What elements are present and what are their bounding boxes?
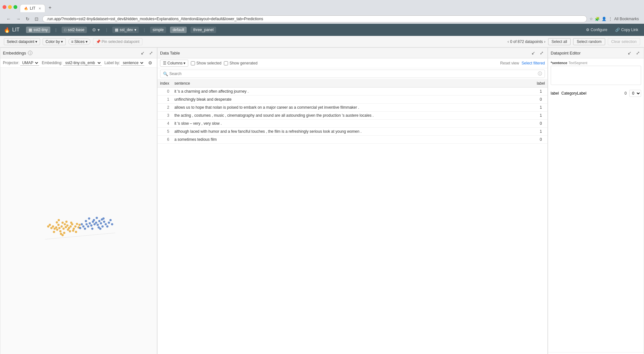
cell-sentence: although laced with humor and a few fanc… bbox=[172, 128, 534, 136]
svg-point-46 bbox=[101, 225, 104, 228]
svg-point-58 bbox=[108, 222, 110, 224]
svg-point-40 bbox=[87, 225, 89, 228]
sentence-field-group: *sentence TextSegment bbox=[548, 58, 644, 88]
svg-point-44 bbox=[85, 223, 88, 225]
label-select[interactable]: 0 1 bbox=[629, 90, 641, 97]
dataset-chip[interactable]: ▦ sst_dev ▾ bbox=[112, 27, 139, 33]
svg-point-3 bbox=[65, 226, 67, 228]
app: 🔥 LIT ▦ sst2-tiny | □ sst2-base ⚙ ▾ | ▦ … bbox=[0, 24, 644, 354]
svg-point-57 bbox=[80, 223, 83, 225]
search-input[interactable] bbox=[169, 72, 537, 76]
reload-button[interactable]: ↻ bbox=[24, 16, 31, 22]
svg-point-34 bbox=[62, 234, 64, 236]
editor-actions: Add Add and compare Reset Clear bbox=[548, 352, 644, 354]
back-button[interactable]: ← bbox=[5, 16, 12, 22]
color-by-button[interactable]: Color by ▾ bbox=[43, 38, 66, 45]
maximize-button[interactable] bbox=[13, 5, 17, 9]
slices-button[interactable]: ≡ Slices ▾ bbox=[68, 38, 90, 45]
select-random-button[interactable]: Select random bbox=[573, 38, 605, 45]
table-row[interactable]: 1 unflinchingly bleak and desperate 0 bbox=[157, 96, 547, 104]
select-filtered-button[interactable]: Select filtered bbox=[521, 61, 545, 65]
search-info-icon[interactable]: ⓘ bbox=[538, 71, 542, 77]
layout-simple[interactable]: simple bbox=[150, 27, 166, 33]
data-table-collapse-icon[interactable]: ↙ bbox=[530, 50, 537, 56]
datapoint-count: ‹ 0 of 872 datapoints › bbox=[507, 39, 545, 44]
sentence-textarea[interactable] bbox=[551, 66, 641, 85]
cell-index: 1 bbox=[157, 96, 172, 104]
pin-button[interactable]: 📌 Pin selected datapoint bbox=[93, 38, 142, 45]
columns-button[interactable]: ☰ Columns ▾ bbox=[160, 60, 188, 67]
appid-button[interactable]: ⊡ bbox=[33, 16, 40, 22]
svg-point-55 bbox=[106, 225, 108, 228]
model-chip-sst2-tiny[interactable]: ▦ sst2-tiny bbox=[26, 27, 50, 33]
embedding-select[interactable]: sst2-tiny:cls_emb bbox=[63, 60, 102, 66]
select-datapoint-label: Select datapoint bbox=[7, 39, 34, 44]
dataset-chevron: ▾ bbox=[134, 28, 136, 32]
editor-collapse-icon[interactable]: ↙ bbox=[626, 50, 633, 56]
embeddings-collapse-icon[interactable]: ↙ bbox=[140, 50, 146, 56]
editor-expand-icon[interactable]: ⤢ bbox=[635, 50, 641, 56]
chevron-right-icon: › bbox=[544, 39, 546, 44]
new-tab-button[interactable]: + bbox=[45, 3, 55, 12]
table-row[interactable]: 4 it 's slow – very , very slow . 0 bbox=[157, 120, 547, 128]
slices-label: Slices bbox=[74, 39, 85, 44]
show-selected-checkbox[interactable] bbox=[191, 61, 195, 65]
svg-point-28 bbox=[49, 224, 51, 226]
minimize-button[interactable] bbox=[8, 5, 12, 9]
embeddings-expand-icon[interactable]: ⤢ bbox=[148, 50, 154, 56]
cell-index: 0 bbox=[157, 88, 172, 96]
search-icon: 🔍 bbox=[163, 72, 168, 76]
embeddings-info-icon[interactable]: i bbox=[28, 51, 32, 55]
select-datapoint-button[interactable]: Select datapoint ▾ bbox=[4, 38, 40, 45]
svg-point-26 bbox=[65, 221, 68, 223]
browser-chrome: 🔥 LIT ✕ + ← → ↻ ⊡ .run.app/?models=sst2-… bbox=[0, 0, 644, 24]
model-settings-icon[interactable]: ⚙ ▾ bbox=[91, 27, 101, 33]
data-table-expand-icon[interactable]: ⤢ bbox=[538, 50, 545, 56]
svg-point-63 bbox=[102, 217, 105, 220]
reset-view-label: Reset view bbox=[500, 61, 519, 65]
svg-point-35 bbox=[47, 225, 49, 228]
cell-index: 3 bbox=[157, 112, 172, 120]
model-divider: | bbox=[55, 28, 56, 32]
tab-title: LIT bbox=[30, 6, 35, 11]
data-table-header: Data Table ↙ ⤢ bbox=[157, 48, 547, 58]
editor-panel-actions: ↙ ⤢ bbox=[626, 50, 641, 56]
dataset-icon: ▦ bbox=[115, 28, 118, 32]
table-row[interactable]: 0 it 's a charming and often affecting j… bbox=[157, 88, 547, 96]
svg-point-27 bbox=[72, 230, 74, 232]
table-row[interactable]: 5 although laced with humor and a few fa… bbox=[157, 128, 547, 136]
table-scroll[interactable]: index sentence label 0 it 's a charming … bbox=[157, 80, 547, 354]
svg-point-33 bbox=[75, 231, 77, 233]
projector-select[interactable]: UMAP bbox=[20, 60, 39, 66]
extensions-icon: 🧩 bbox=[595, 17, 600, 21]
label-value: 0 bbox=[624, 91, 627, 96]
label-field-label: label bbox=[551, 91, 559, 96]
layout-three-panel[interactable]: three_panel bbox=[191, 27, 216, 33]
bookmark-icon: ☆ bbox=[589, 17, 593, 21]
svg-line-66 bbox=[45, 233, 115, 239]
label-by-select[interactable]: sentence bbox=[121, 60, 144, 66]
tab-close-icon[interactable]: ✕ bbox=[38, 7, 41, 10]
data-table: index sentence label 0 it 's a charming … bbox=[157, 80, 547, 144]
model-chip-sst2-base[interactable]: □ sst2-base bbox=[62, 27, 87, 33]
reset-view-button[interactable]: Reset view bbox=[500, 61, 519, 65]
forward-button[interactable]: → bbox=[15, 16, 22, 22]
cell-sentence: it 's a charming and often affecting jou… bbox=[172, 88, 534, 96]
address-bar[interactable]: .run.app/?models=sst2-tiny&dataset=sst_d… bbox=[42, 15, 587, 22]
select-all-button[interactable]: Select all bbox=[548, 38, 571, 45]
table-row[interactable]: 2 allows us to hope that nolan is poised… bbox=[157, 104, 547, 112]
col-index: index bbox=[157, 80, 172, 88]
copy-link-button[interactable]: 🔗 Copy Link bbox=[613, 27, 640, 33]
bookmark-area: ☆ 🧩 👤 ⋮ All Bookmarks bbox=[589, 17, 639, 21]
data-table-panel: Data Table ↙ ⤢ ☰ Columns ▾ Show selected bbox=[157, 47, 548, 354]
close-button[interactable] bbox=[3, 5, 6, 9]
show-generated-checkbox[interactable] bbox=[224, 61, 228, 65]
active-tab[interactable]: 🔥 LIT ✕ bbox=[20, 4, 45, 12]
clear-selection-button[interactable]: Clear selection bbox=[608, 38, 640, 45]
configure-button[interactable]: ⚙ Configure bbox=[584, 27, 609, 33]
layout-default[interactable]: default bbox=[170, 27, 187, 33]
configure-icon: ⚙ bbox=[586, 28, 589, 32]
table-row[interactable]: 6 a sometimes tedious film 0 bbox=[157, 136, 547, 144]
table-row[interactable]: 3 the acting , costumes , music , cinema… bbox=[157, 112, 547, 120]
label-settings-icon[interactable]: ⚙ bbox=[147, 60, 154, 66]
